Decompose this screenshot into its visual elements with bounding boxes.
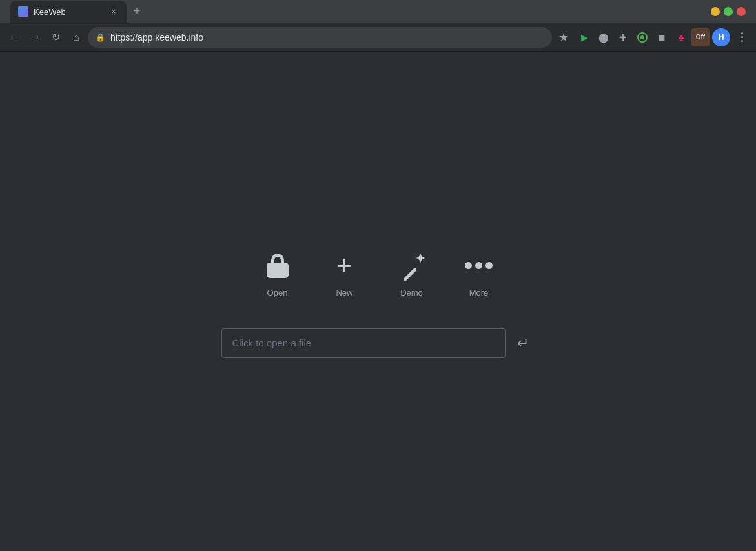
nav-bar: ← → ↻ ⌂ 🔒 https://app.keeweb.info ★ ▶ ⬤ … bbox=[0, 23, 756, 52]
more-label: More bbox=[469, 288, 489, 297]
new-tab-button[interactable]: + bbox=[128, 2, 146, 20]
browser-menu-button[interactable] bbox=[733, 28, 751, 46]
lock-icon: 🔒 bbox=[96, 33, 105, 42]
action-row: Open + New ✦ Demo bbox=[257, 245, 500, 303]
new-action[interactable]: + New bbox=[324, 245, 365, 303]
browser-chrome: KeeWeb × + ← → ↻ ⌂ 🔒 https://app.keeweb.… bbox=[0, 0, 756, 52]
address-bar[interactable]: 🔒 https://app.keeweb.info bbox=[88, 27, 552, 48]
ext-button-7[interactable]: Off bbox=[691, 28, 710, 46]
dot-1 bbox=[465, 262, 472, 269]
menu-dot bbox=[741, 32, 743, 34]
window-controls bbox=[711, 7, 746, 16]
ext-button-2[interactable]: ⬤ bbox=[595, 28, 613, 46]
wand-sparkle: ✦ bbox=[414, 252, 426, 266]
file-input-placeholder: Click to open a file bbox=[232, 337, 312, 348]
lock-body bbox=[267, 263, 289, 278]
dot-2 bbox=[475, 262, 482, 269]
forward-button[interactable]: → bbox=[26, 28, 44, 46]
ext-button-3[interactable]: ✚ bbox=[614, 28, 632, 46]
dot-3 bbox=[485, 262, 493, 269]
svg-point-1 bbox=[640, 35, 644, 39]
active-tab[interactable]: KeeWeb × bbox=[10, 1, 127, 23]
wand-graphic: ✦ bbox=[399, 253, 425, 279]
tab-title: KeeWeb bbox=[34, 7, 103, 17]
demo-icon: ✦ bbox=[396, 250, 427, 281]
menu-dot bbox=[741, 40, 743, 42]
enter-button[interactable]: ↵ bbox=[511, 331, 535, 356]
file-input-box[interactable]: Click to open a file bbox=[221, 328, 506, 358]
open-action[interactable]: Open bbox=[257, 245, 298, 303]
ext-button-6[interactable]: ♣ bbox=[672, 28, 690, 46]
ext-button-1[interactable]: ▶ bbox=[575, 28, 593, 46]
extension-icons: ▶ ⬤ ✚ ◼ ♣ Off bbox=[575, 28, 710, 46]
tab-favicon bbox=[18, 6, 28, 17]
demo-action[interactable]: ✦ Demo bbox=[391, 245, 433, 303]
dots-graphic bbox=[465, 262, 493, 269]
plus-graphic: + bbox=[337, 253, 352, 279]
bookmark-button[interactable]: ★ bbox=[555, 28, 573, 46]
menu-dot bbox=[741, 36, 743, 38]
tab-close-button[interactable]: × bbox=[108, 6, 119, 17]
refresh-button[interactable]: ↻ bbox=[46, 28, 65, 46]
center-panel: Open + New ✦ Demo bbox=[221, 245, 535, 358]
ext-button-4[interactable] bbox=[633, 28, 651, 46]
app-content: Open + New ✦ Demo bbox=[0, 52, 756, 551]
minimize-button[interactable] bbox=[711, 7, 720, 16]
open-label: Open bbox=[267, 288, 288, 297]
more-action[interactable]: More bbox=[458, 245, 500, 303]
maximize-button[interactable] bbox=[724, 7, 733, 16]
open-icon bbox=[262, 250, 293, 281]
demo-label: Demo bbox=[400, 288, 423, 297]
title-bar: KeeWeb × + bbox=[0, 0, 756, 23]
profile-button[interactable]: H bbox=[712, 28, 730, 46]
ext-button-5[interactable]: ◼ bbox=[653, 28, 671, 46]
url-text: https://app.keeweb.info bbox=[110, 32, 544, 43]
wand-stick bbox=[403, 267, 417, 281]
close-button[interactable] bbox=[737, 7, 746, 16]
back-button[interactable]: ← bbox=[5, 28, 23, 46]
file-area: Click to open a file ↵ bbox=[221, 328, 535, 358]
tab-bar: KeeWeb × + bbox=[5, 1, 151, 23]
home-button[interactable]: ⌂ bbox=[67, 28, 85, 46]
new-icon: + bbox=[329, 250, 360, 281]
lock-graphic bbox=[267, 254, 289, 278]
more-icon bbox=[464, 250, 495, 281]
new-label: New bbox=[336, 288, 352, 297]
